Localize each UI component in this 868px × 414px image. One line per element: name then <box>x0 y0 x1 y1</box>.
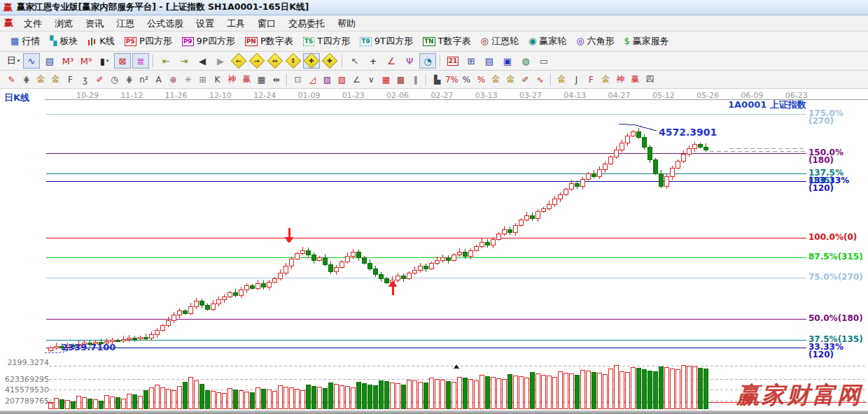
gann-wheel-tool[interactable]: ✳ <box>181 72 195 87</box>
info-list-button[interactable]: ▤ <box>41 53 58 69</box>
square-wheel-tool[interactable]: ⊞ <box>195 72 210 87</box>
menu-文件[interactable]: 文件 <box>18 17 48 30</box>
f-angle-tool[interactable]: F <box>584 72 598 87</box>
menu-浏览[interactable]: 浏览 <box>48 17 79 30</box>
trend-chart-button[interactable]: ∿ <box>23 53 40 69</box>
menu-工具[interactable]: 工具 <box>220 17 251 30</box>
wave-3-button[interactable]: M³ <box>59 53 76 69</box>
t-number-table-icon: TN <box>423 37 435 46</box>
first-page-button[interactable]: ⇤ <box>158 53 174 69</box>
percent-tool[interactable]: % <box>459 72 474 87</box>
fan-square-tool[interactable]: ▨ <box>320 72 335 87</box>
gold-angle-tool[interactable]: 金 <box>598 72 613 87</box>
save-button[interactable]: ▣ <box>499 53 516 69</box>
toolbar-button-winner-wheel[interactable]: ◉赢家轮 <box>524 34 571 49</box>
toolbar-button-gann-wheel[interactable]: ◎江恩轮 <box>476 34 524 49</box>
zoom-h-button[interactable]: ↔ <box>267 53 284 69</box>
fan-lines-tool[interactable]: ◿ <box>305 72 320 87</box>
histogram-button-icon: ≣ <box>137 56 145 66</box>
calculator-button[interactable]: ⊞ <box>463 53 479 69</box>
time-cycle-tool[interactable]: ◷ <box>107 72 122 87</box>
candle-style-selector[interactable]: ▮▾ <box>96 53 113 69</box>
ying-angle-tool[interactable]: 赢 <box>628 72 643 87</box>
toolbar-button-kline[interactable]: K线 <box>83 34 120 49</box>
zoom-v-button[interactable]: ↕ <box>285 53 302 69</box>
measure-angle-button[interactable]: ∠ <box>383 53 400 69</box>
workstation-button[interactable]: ▭ <box>536 53 552 69</box>
gold-line-tool[interactable]: 金 <box>503 72 518 87</box>
pan-left-button[interactable]: ← <box>230 53 247 69</box>
calendar-button[interactable]: 21 <box>444 53 461 69</box>
toolbar-button-9p-square[interactable]: P99P四方形 <box>177 34 240 49</box>
si-angle-tool[interactable]: 四 <box>643 72 657 87</box>
calendar-button-icon: 21 <box>447 57 459 66</box>
ying-tool[interactable]: 赢 <box>239 72 254 87</box>
menu-窗口[interactable]: 窗口 <box>251 17 282 30</box>
volume-profile-tool[interactable]: ▙ <box>430 72 444 87</box>
k-mark-tool[interactable]: K <box>210 72 225 87</box>
n-square-tool[interactable]: n² <box>136 72 151 87</box>
toolbar-button-hexagon[interactable]: ◎六角形 <box>571 34 619 49</box>
menu-设置[interactable]: 设置 <box>190 17 220 30</box>
menu-交易委托[interactable]: 交易委托 <box>282 17 331 30</box>
wave-9-button[interactable]: M⁹ <box>78 53 94 69</box>
menu-江恩[interactable]: 江恩 <box>110 17 141 30</box>
f-ruler-tool[interactable]: F <box>63 72 78 87</box>
gold-ruler-2-tool[interactable]: 金 <box>48 72 63 87</box>
red-grid-tool[interactable]: ▦ <box>379 72 393 87</box>
histogram-button[interactable]: ≣ <box>132 53 149 69</box>
angle-line-tool[interactable]: ∠ <box>349 72 364 87</box>
gold-circle-tool[interactable]: 金 <box>489 72 503 87</box>
menu-帮助[interactable]: 帮助 <box>331 17 362 30</box>
up-arrow-head <box>388 280 398 287</box>
h-span-tool[interactable]: ⇹ <box>269 72 284 87</box>
prev-bar-button[interactable]: ◀ <box>194 53 211 69</box>
parallel-lines-tool[interactable]: ∥ <box>408 72 423 87</box>
ruler-tool[interactable]: ⋕ <box>19 72 34 87</box>
export-web-button[interactable]: ◍ <box>517 53 534 69</box>
volume-bar <box>244 392 248 408</box>
square-box-tool[interactable]: ⊡ <box>290 72 305 87</box>
toolbar-button-t-number-table[interactable]: TNT数字表 <box>418 34 476 49</box>
brush-tool[interactable]: ✐ <box>518 72 533 87</box>
menu-公式选股[interactable]: 公式选股 <box>141 17 190 30</box>
toolbar-button-9t-square[interactable]: T99T四方形 <box>355 34 418 49</box>
gann-mark-button[interactable]: Ψ <box>401 53 418 69</box>
v-wave-tool[interactable]: ∨ <box>364 72 379 87</box>
fit-screen-button[interactable]: ✚ <box>321 53 338 69</box>
pan-right-button[interactable]: → <box>248 53 265 69</box>
percent-line-tool[interactable]: % <box>474 72 489 87</box>
toolbar-button-p-square[interactable]: PSP四方形 <box>120 34 177 49</box>
smart-analyze-button[interactable]: ◔ <box>419 53 436 69</box>
toolbar-button-t-square[interactable]: TST四方形 <box>298 34 356 49</box>
pointer-tool-button[interactable]: ↖ <box>346 53 363 69</box>
red-pencil-tool[interactable]: ✐ <box>92 72 107 87</box>
circle-cross-tool[interactable]: ⊕ <box>166 72 181 87</box>
map-button[interactable]: ⊠ <box>114 53 131 69</box>
mirror-line-tool[interactable]: A <box>151 72 166 87</box>
period-selector[interactable]: 日▾ <box>5 53 22 69</box>
grid-ruler-tool[interactable]: ⋕ <box>122 72 136 87</box>
zoom-all-button[interactable]: ✚ <box>303 53 320 69</box>
toolbar-button-quotes[interactable]: ▦行情 <box>6 34 45 49</box>
menu-资讯[interactable]: 资讯 <box>79 17 110 30</box>
last-page-button[interactable]: ⇥ <box>176 53 192 69</box>
fan-box-tool[interactable]: ▧ <box>335 72 349 87</box>
toolbar-button-winner-service[interactable]: $赢家服务 <box>620 34 674 49</box>
next-bar-button[interactable]: ▶ <box>212 53 229 69</box>
toolbar-button-sectors[interactable]: ▚板块 <box>45 34 83 49</box>
wave-percent-tool[interactable]: ∿ <box>533 72 547 87</box>
j-angle-tool[interactable]: J <box>569 72 584 87</box>
shen-angle-tool[interactable]: 神 <box>613 72 628 87</box>
memo-button[interactable]: ▤ <box>481 53 498 69</box>
crosshair-button[interactable]: + <box>365 53 382 69</box>
spiral-tool[interactable]: ʒ <box>78 72 92 87</box>
toolbar-button-p-number-table[interactable]: PNP数字表 <box>240 34 298 49</box>
gold-ruler-1-tool[interactable]: 金 <box>34 72 48 87</box>
gold-underline-tool[interactable]: 金 <box>554 72 569 87</box>
percent-7-tool[interactable]: 7% <box>444 72 459 87</box>
shen-tool[interactable]: 神 <box>225 72 239 87</box>
pencil-tool[interactable]: ✎ <box>4 72 19 87</box>
grid-bar-tool[interactable]: ▩ <box>393 72 408 87</box>
grid-123-tool[interactable]: ▦ <box>254 72 269 87</box>
